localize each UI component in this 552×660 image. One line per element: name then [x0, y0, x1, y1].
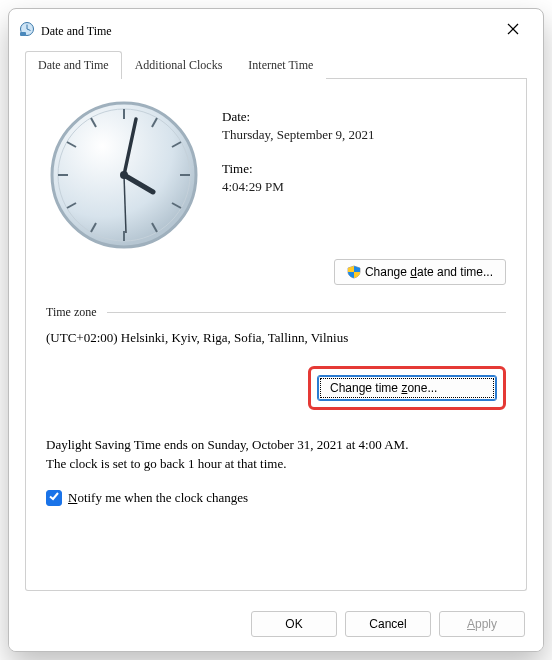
svg-rect-3 — [20, 32, 26, 36]
datetime-row: Date: Thursday, September 9, 2021 Time: … — [46, 97, 506, 253]
apply-button[interactable]: Apply — [439, 611, 525, 637]
change-date-time-label: Change date and time... — [365, 265, 493, 279]
notify-row: Notify me when the clock changes — [46, 490, 506, 506]
group-divider — [107, 312, 506, 313]
dst-line1: Daylight Saving Time ends on Sunday, Oct… — [46, 436, 506, 455]
dst-line2: The clock is set to go back 1 hour at th… — [46, 455, 506, 474]
time-label: Time: — [222, 161, 375, 177]
tab-date-and-time[interactable]: Date and Time — [25, 51, 122, 79]
notify-checkbox[interactable] — [46, 490, 62, 506]
analog-clock — [46, 97, 202, 253]
tab-additional-clocks[interactable]: Additional Clocks — [122, 51, 236, 79]
datetime-block: Date: Thursday, September 9, 2021 Time: … — [222, 97, 375, 253]
highlight-box: Change time zone... — [308, 366, 506, 410]
time-zone-group: Time zone — [46, 305, 506, 320]
date-and-time-window: Date and Time Date and Time Additional C… — [8, 8, 544, 652]
change-time-zone-row: Change time zone... — [46, 366, 506, 422]
date-label: Date: — [222, 109, 375, 125]
check-icon — [48, 490, 60, 506]
svg-point-23 — [120, 171, 128, 179]
change-date-time-row: Change date and time... — [46, 259, 506, 285]
change-date-time-button[interactable]: Change date and time... — [334, 259, 506, 285]
current-time-zone: (UTC+02:00) Helsinki, Kyiv, Riga, Sofia,… — [46, 330, 506, 346]
date-value: Thursday, September 9, 2021 — [222, 127, 375, 143]
change-time-zone-label: Change time zone... — [330, 381, 437, 395]
cancel-button[interactable]: Cancel — [345, 611, 431, 637]
dialog-button-bar: OK Cancel Apply — [9, 601, 543, 651]
window-title: Date and Time — [41, 24, 112, 39]
time-value: 4:04:29 PM — [222, 179, 375, 195]
notify-label[interactable]: Notify me when the clock changes — [68, 490, 248, 506]
time-zone-group-label: Time zone — [46, 305, 97, 320]
change-time-zone-button[interactable]: Change time zone... — [317, 375, 497, 401]
ok-button[interactable]: OK — [251, 611, 337, 637]
tab-bar: Date and Time Additional Clocks Internet… — [9, 51, 543, 79]
close-button[interactable] — [493, 17, 533, 45]
uac-shield-icon — [347, 265, 361, 279]
close-icon — [507, 23, 519, 39]
tab-internet-time[interactable]: Internet Time — [235, 51, 326, 79]
title-bar: Date and Time — [9, 9, 543, 51]
dst-info: Daylight Saving Time ends on Sunday, Oct… — [46, 436, 506, 474]
tab-content: Date: Thursday, September 9, 2021 Time: … — [25, 79, 527, 591]
app-icon — [19, 21, 35, 41]
